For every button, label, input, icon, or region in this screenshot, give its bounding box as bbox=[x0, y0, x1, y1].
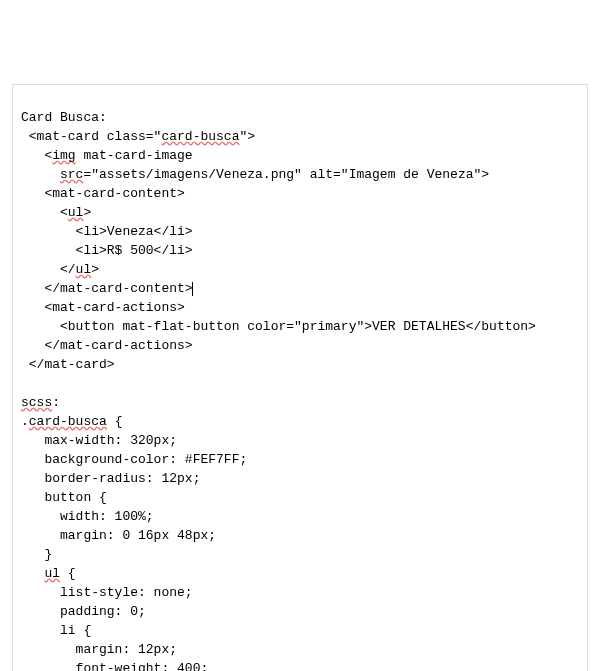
code-line: max-width: 320px; bbox=[21, 433, 177, 448]
code-line: src="assets/imagens/Veneza.png" alt="Ima… bbox=[21, 167, 489, 182]
spell-squiggle: ul bbox=[44, 566, 60, 581]
code-line: ul { bbox=[21, 566, 76, 581]
code-line: border-radius: 12px; bbox=[21, 471, 200, 486]
spell-squiggle: ul bbox=[76, 262, 92, 277]
code-content[interactable]: Card Busca: <mat-card class="card-busca"… bbox=[13, 104, 587, 671]
code-line: list-style: none; bbox=[21, 585, 193, 600]
code-line: font-weight: 400; bbox=[21, 661, 208, 671]
code-line: <li>R$ 500</li> bbox=[21, 243, 193, 258]
code-line: </mat-card-content> bbox=[21, 281, 193, 296]
code-line: </mat-card-actions> bbox=[21, 338, 193, 353]
code-line: <mat-card-content> bbox=[21, 186, 185, 201]
code-line: </mat-card> bbox=[21, 357, 115, 372]
code-line: margin: 12px; bbox=[21, 642, 177, 657]
spell-squiggle: scss bbox=[21, 395, 52, 410]
code-line: <img mat-card-image bbox=[21, 148, 193, 163]
spell-squiggle: card-busca bbox=[161, 129, 239, 144]
code-editor-panel: Card Busca: <mat-card class="card-busca"… bbox=[12, 84, 588, 671]
code-line: button { bbox=[21, 490, 107, 505]
code-line: </ul> bbox=[21, 262, 99, 277]
code-line: <mat-card-actions> bbox=[21, 300, 185, 315]
spell-squiggle: src bbox=[60, 167, 83, 182]
code-line: .card-busca { bbox=[21, 414, 122, 429]
text-cursor bbox=[192, 282, 193, 296]
code-line: Card Busca: bbox=[21, 110, 107, 125]
code-line: } bbox=[21, 547, 52, 562]
code-line: scss: bbox=[21, 395, 60, 410]
code-line: padding: 0; bbox=[21, 604, 146, 619]
code-line: background-color: #FEF7FF; bbox=[21, 452, 247, 467]
spell-squiggle: ul bbox=[68, 205, 84, 220]
code-line: <ul> bbox=[21, 205, 91, 220]
code-line: <mat-card class="card-busca"> bbox=[21, 129, 255, 144]
code-line: li { bbox=[21, 623, 91, 638]
code-line: margin: 0 16px 48px; bbox=[21, 528, 216, 543]
spell-squiggle: img bbox=[52, 148, 75, 163]
code-line: <button mat-flat-button color="primary">… bbox=[21, 319, 536, 334]
code-line: <li>Veneza</li> bbox=[21, 224, 193, 239]
code-line: width: 100%; bbox=[21, 509, 154, 524]
spell-squiggle: card-busca bbox=[29, 414, 107, 429]
